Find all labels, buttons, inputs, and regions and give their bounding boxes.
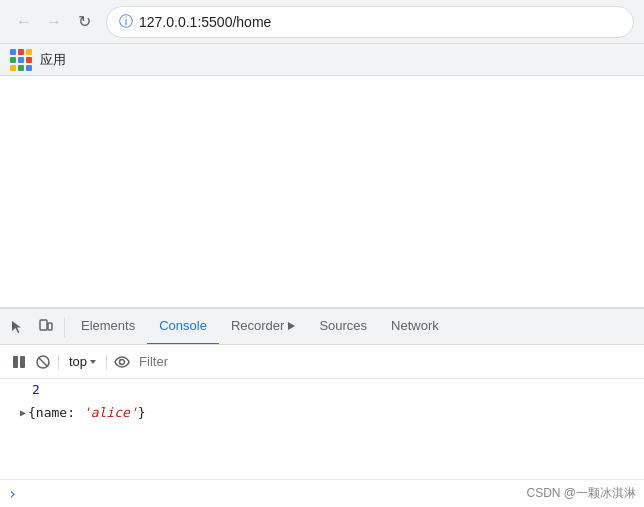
toolbar-divider-2	[106, 354, 107, 370]
page-content	[0, 76, 644, 307]
forward-button[interactable]: →	[40, 8, 68, 36]
tab-sources[interactable]: Sources	[307, 309, 379, 345]
context-selector[interactable]: top	[63, 352, 102, 371]
console-line-number: 2	[0, 379, 644, 402]
url-text: 127.0.0.1:5500/home	[139, 14, 621, 30]
console-footer: › CSDN @一颗冰淇淋	[0, 479, 644, 507]
watermark-text: CSDN @一颗冰淇淋	[526, 485, 636, 502]
svg-rect-1	[48, 323, 52, 330]
browser-toolbar: ← → ↻ ⓘ 127.0.0.1:5500/home	[0, 0, 644, 44]
inspect-element-button[interactable]	[4, 313, 32, 341]
devtools-toolbar: top	[0, 345, 644, 379]
dropdown-arrow-icon	[90, 360, 96, 364]
toolbar-divider-1	[58, 354, 59, 370]
obj-key: name	[36, 405, 67, 420]
live-expressions-button[interactable]	[111, 351, 133, 373]
tab-network[interactable]: Network	[379, 309, 451, 345]
console-output: 2 ▶ {name: 'alice'}	[0, 379, 644, 479]
console-object-text: {name: 'alice'}	[28, 404, 145, 422]
svg-rect-2	[13, 356, 18, 368]
refresh-button[interactable]: ↻	[70, 8, 98, 36]
tab-console[interactable]: Console	[147, 309, 219, 345]
execute-button[interactable]	[8, 351, 30, 373]
device-toolbar-button[interactable]	[32, 313, 60, 341]
tab-elements[interactable]: Elements	[69, 309, 147, 345]
obj-val: 'alice'	[83, 405, 138, 420]
nav-buttons: ← → ↻	[10, 8, 98, 36]
svg-rect-3	[20, 356, 25, 368]
svg-line-5	[39, 357, 48, 366]
recorder-play-icon	[288, 322, 295, 330]
tabs-divider	[64, 317, 65, 337]
back-button[interactable]: ←	[10, 8, 38, 36]
info-icon: ⓘ	[119, 13, 133, 31]
console-prompt[interactable]: ›	[8, 485, 17, 503]
console-line-object: ▶ {name: 'alice'}	[0, 402, 644, 425]
svg-point-6	[120, 359, 125, 364]
bookmarks-bar: 应用	[0, 44, 644, 76]
devtools-tabs-bar: Elements Console Recorder Sources Networ…	[0, 309, 644, 345]
console-number-value: 2	[32, 381, 40, 399]
console-expand-arrow[interactable]: ▶	[20, 404, 26, 422]
colon: :	[67, 405, 83, 420]
open-brace: {	[28, 405, 36, 420]
svg-rect-0	[40, 320, 47, 330]
tab-recorder[interactable]: Recorder	[219, 309, 307, 345]
devtools-panel: Elements Console Recorder Sources Networ…	[0, 307, 644, 507]
clear-button[interactable]	[32, 351, 54, 373]
address-bar[interactable]: ⓘ 127.0.0.1:5500/home	[106, 6, 634, 38]
apps-grid-icon[interactable]	[10, 49, 32, 71]
filter-input[interactable]	[135, 352, 636, 371]
context-label: top	[69, 354, 87, 369]
close-brace: }	[138, 405, 146, 420]
apps-label: 应用	[40, 51, 66, 69]
